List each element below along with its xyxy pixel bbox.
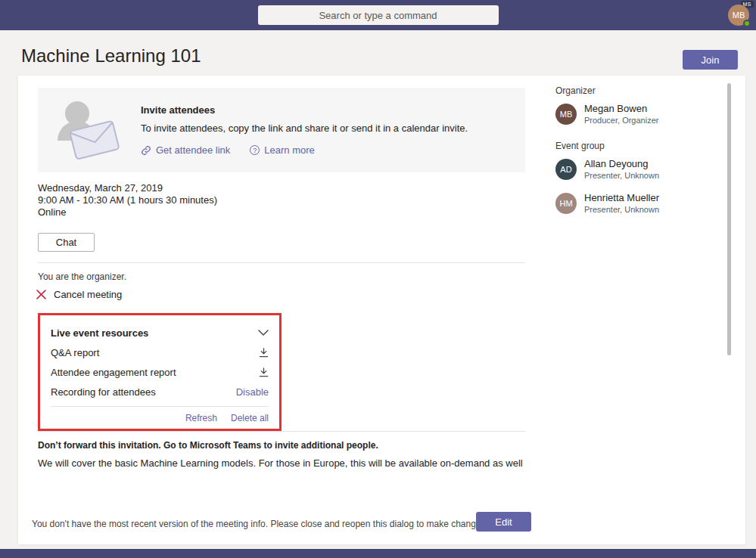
invite-illustration <box>48 94 132 166</box>
person-name: Allan Deyoung <box>584 158 659 169</box>
resources-header: Live event resources <box>51 323 269 343</box>
invite-attendees-panel: Invite attendees To invite attendees, co… <box>38 88 525 172</box>
divider <box>38 262 525 263</box>
event-group-person[interactable]: HM Henrietta Mueller Presenter, Unknown <box>555 192 659 214</box>
resource-row-attendee-engagement: Attendee engagement report <box>51 362 269 382</box>
qa-report-label: Q&A report <box>51 347 99 358</box>
meeting-date: Wednesday, March 27, 2019 <box>38 182 217 194</box>
person-role: Presenter, Unknown <box>584 171 659 180</box>
resources-title: Live event resources <box>51 327 148 339</box>
resource-row-recording: Recording for attendees Disable <box>51 382 269 401</box>
edit-button[interactable]: Edit <box>476 512 531 532</box>
invite-links: Get attendee link Learn more <box>141 144 468 156</box>
event-group-person[interactable]: AD Allan Deyoung Presenter, Unknown <box>555 158 659 180</box>
delete-all-link[interactable]: Delete all <box>231 413 269 423</box>
chevron-down-icon[interactable] <box>258 330 269 336</box>
get-attendee-link-label: Get attendee link <box>156 144 230 156</box>
event-group-section-label: Event group <box>555 141 605 151</box>
refresh-link[interactable]: Refresh <box>185 413 217 423</box>
bottom-accent-bar <box>0 549 756 558</box>
user-avatar[interactable]: MB <box>728 5 749 26</box>
attendee-engagement-label: Attendee engagement report <box>51 367 176 378</box>
avatar: AD <box>555 159 577 180</box>
join-button[interactable]: Join <box>683 50 738 70</box>
resource-row-qa-report: Q&A report <box>51 343 269 362</box>
organizer-person[interactable]: MB Megan Bowen Producer, Organizer <box>555 103 658 125</box>
disable-recording-link[interactable]: Disable <box>236 386 269 398</box>
avatar: MB <box>555 104 577 125</box>
recording-label: Recording for attendees <box>51 386 156 398</box>
version-warning: You don't have the most recent version o… <box>32 519 488 529</box>
meeting-description: We will cover the basic Machine Learning… <box>38 457 523 469</box>
cancel-x-icon <box>36 290 46 299</box>
help-circle-icon <box>250 145 260 155</box>
invite-title: Invite attendees <box>141 104 468 116</box>
invite-text-block: Invite attendees To invite attendees, co… <box>141 104 468 156</box>
live-event-resources-section: Live event resources Q&A report Attendee… <box>38 313 282 431</box>
download-icon[interactable] <box>259 367 269 377</box>
user-avatar-initials: MB <box>733 11 745 20</box>
divider <box>38 431 525 432</box>
download-icon[interactable] <box>259 348 269 358</box>
link-icon <box>141 145 151 156</box>
person-name: Megan Bowen <box>584 103 658 114</box>
get-attendee-link[interactable]: Get attendee link <box>141 144 230 156</box>
forward-note: Don’t forward this invitation. Go to Mic… <box>38 440 378 451</box>
organizer-note: You are the organizer. <box>38 271 126 282</box>
learn-more-label: Learn more <box>264 144 314 156</box>
search-input[interactable] <box>258 5 499 25</box>
vertical-scrollbar[interactable] <box>727 83 731 355</box>
app-header: MS MB <box>0 0 756 30</box>
cancel-meeting-label: Cancel meeting <box>54 289 122 300</box>
person-role: Presenter, Unknown <box>584 205 659 214</box>
resources-actions: Refresh Delete all <box>51 406 269 423</box>
page-title: Machine Learning 101 <box>21 45 201 67</box>
meeting-location: Online <box>38 206 217 219</box>
organizer-section-label: Organizer <box>555 85 596 96</box>
learn-more-link[interactable]: Learn more <box>250 144 314 156</box>
chat-button[interactable]: Chat <box>38 233 95 252</box>
meeting-time: 9:00 AM - 10:30 AM (1 hours 30 minutes) <box>38 194 217 206</box>
meeting-details-panel: Invite attendees To invite attendees, co… <box>18 76 745 544</box>
cancel-meeting-button[interactable]: Cancel meeting <box>36 289 122 300</box>
person-name: Henrietta Mueller <box>584 192 659 203</box>
invite-description: To invite attendees, copy the link and s… <box>141 122 468 134</box>
meeting-datetime: Wednesday, March 27, 2019 9:00 AM - 10:3… <box>38 182 217 219</box>
teams-window: MS MB Machine Learning 101 Join Invite a… <box>0 0 756 558</box>
presence-available-icon <box>743 20 751 27</box>
person-role: Producer, Organizer <box>584 116 658 125</box>
avatar: HM <box>555 193 577 214</box>
